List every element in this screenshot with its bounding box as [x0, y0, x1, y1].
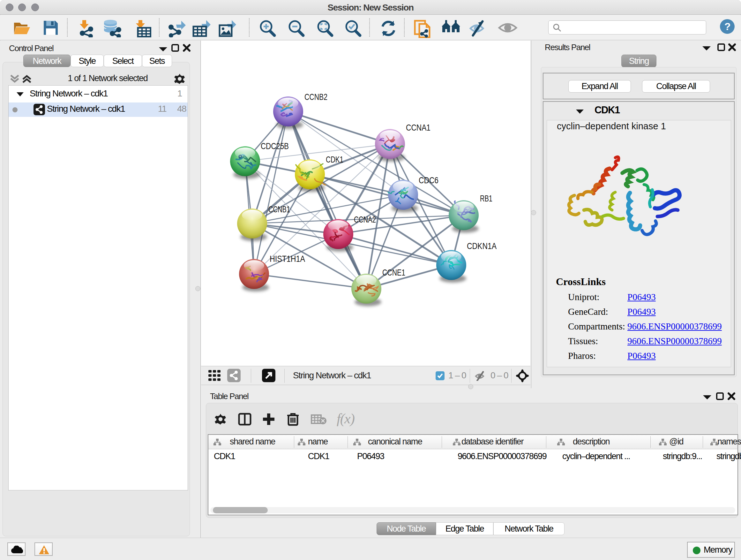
svg-text:CCNB2: CCNB2	[305, 92, 327, 102]
svg-text:CDKN1A: CDKN1A	[467, 241, 496, 251]
svg-text:CCNB1: CCNB1	[268, 204, 290, 214]
svg-text:RB1: RB1	[480, 193, 492, 203]
svg-text:CCNE1: CCNE1	[382, 267, 405, 277]
svg-text:CDK1: CDK1	[326, 154, 343, 165]
svg-text:CDC6: CDC6	[419, 175, 439, 185]
svg-text:HIST1H1A: HIST1H1A	[270, 254, 305, 264]
svg-text:CDC25B: CDC25B	[261, 141, 289, 151]
svg-text:CCNA1: CCNA1	[406, 123, 430, 132]
svg-text:CCNA2: CCNA2	[354, 214, 376, 225]
svg-text:?: ?	[724, 21, 730, 32]
